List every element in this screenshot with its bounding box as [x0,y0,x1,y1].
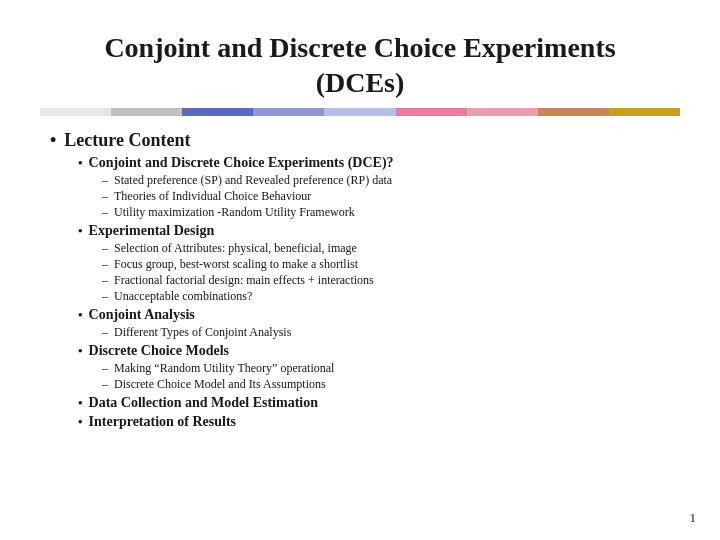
section-2-header: Experimental Design [78,223,680,239]
section-6-label: Interpretation of Results [89,414,237,430]
section-3-header: Conjoint Analysis [78,307,680,323]
bar-seg-4 [253,108,324,116]
bar-seg-8 [538,108,609,116]
bar-seg-3 [182,108,253,116]
list-item: Fractional factorial design: main effect… [102,273,680,288]
title-line2: (DCEs) [316,67,405,98]
section-5-header: Data Collection and Model Estimation [78,395,680,411]
section-5-label: Data Collection and Model Estimation [89,395,318,411]
list-item: Focus group, best-worst scaling to make … [102,257,680,272]
top-bullet-label: Lecture Content [64,130,190,151]
bar-seg-5 [324,108,395,116]
title-area: Conjoint and Discrete Choice Experiments… [40,30,680,100]
section-1-subitems: Stated preference (SP) and Revealed pref… [78,173,680,220]
section-6-header: Interpretation of Results [78,414,680,430]
section-2-label: Experimental Design [89,223,215,239]
bar-seg-9 [609,108,680,116]
list-item: Unacceptable combinations? [102,289,680,304]
list-item: Selection of Attributes: physical, benef… [102,241,680,256]
bar-seg-6 [396,108,467,116]
section-3-label: Conjoint Analysis [89,307,195,323]
section-4-label: Discrete Choice Models [89,343,229,359]
bar-seg-7 [467,108,538,116]
list-item: Theories of Individual Choice Behaviour [102,189,680,204]
bar-seg-2 [111,108,182,116]
list-item: Making “Random Utility Theory” operation… [102,361,680,376]
level1-list: Conjoint and Discrete Choice Experiments… [50,155,680,430]
content-area: Lecture Content Conjoint and Discrete Ch… [40,130,680,430]
list-item: Stated preference (SP) and Revealed pref… [102,173,680,188]
section-1-label: Conjoint and Discrete Choice Experiments… [89,155,394,171]
title-line1: Conjoint and Discrete Choice Experiments [104,32,615,63]
section-4-header: Discrete Choice Models [78,343,680,359]
slide-title: Conjoint and Discrete Choice Experiments… [40,30,680,100]
list-item: Different Types of Conjoint Analysis [102,325,680,340]
list-item: Discrete Choice Model and Its Assumption… [102,377,680,392]
color-bar [40,108,680,116]
list-item: Utility maximization -Random Utility Fra… [102,205,680,220]
top-bullet-lecture: Lecture Content [50,130,680,151]
bar-seg-1 [40,108,111,116]
slide: Conjoint and Discrete Choice Experiments… [0,0,720,540]
page-number: 1 [690,510,697,526]
section-3-subitems: Different Types of Conjoint Analysis [78,325,680,340]
section-2-subitems: Selection of Attributes: physical, benef… [78,241,680,304]
section-1-header: Conjoint and Discrete Choice Experiments… [78,155,680,171]
section-4-subitems: Making “Random Utility Theory” operation… [78,361,680,392]
